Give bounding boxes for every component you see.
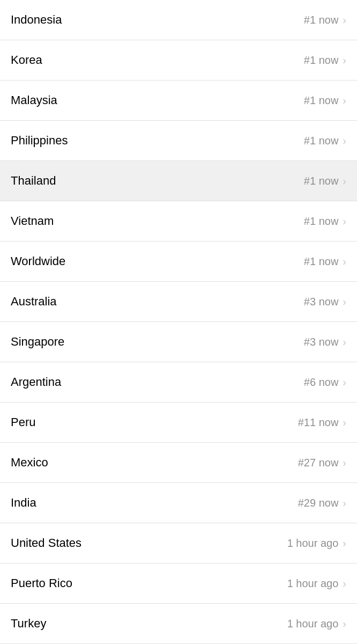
item-name-korea: Korea xyxy=(11,53,42,67)
item-left-philippines: Philippines xyxy=(11,134,68,148)
item-right-australia: #3 now› xyxy=(304,296,346,308)
item-left-puerto-rico: Puerto Rico xyxy=(11,576,72,590)
chevron-right-icon: › xyxy=(343,336,346,347)
item-right-korea: #1 now› xyxy=(304,54,346,67)
item-status-mexico: #27 now xyxy=(298,457,339,469)
item-left-mexico: Mexico xyxy=(11,456,48,470)
chevron-right-icon: › xyxy=(343,578,346,589)
item-status-turkey: 1 hour ago xyxy=(287,618,339,630)
list-item-indonesia[interactable]: Indonesia#1 now› xyxy=(0,0,357,40)
item-status-worldwide: #1 now xyxy=(304,255,339,268)
list-item-korea[interactable]: Korea#1 now› xyxy=(0,40,357,80)
list-item-india[interactable]: India#29 now› xyxy=(0,483,357,523)
item-right-vietnam: #1 now› xyxy=(304,215,346,228)
chevron-right-icon: › xyxy=(343,95,346,106)
list-item-vietnam[interactable]: Vietnam#1 now› xyxy=(0,201,357,241)
item-right-united-states: 1 hour ago› xyxy=(287,537,346,550)
chevron-right-icon: › xyxy=(343,538,346,548)
chevron-right-icon: › xyxy=(343,377,346,387)
item-left-united-states: United States xyxy=(11,536,81,550)
item-name-worldwide: Worldwide xyxy=(11,254,65,268)
item-right-indonesia: #1 now› xyxy=(304,14,346,26)
list-item-peru[interactable]: Peru#11 now› xyxy=(0,402,357,443)
item-name-argentina: Argentina xyxy=(11,375,61,389)
item-name-philippines: Philippines xyxy=(11,134,68,148)
chevron-right-icon: › xyxy=(343,135,346,146)
item-right-worldwide: #1 now› xyxy=(304,255,346,268)
item-right-argentina: #6 now› xyxy=(304,376,346,389)
item-status-singapore: #3 now xyxy=(304,336,339,348)
list-item-malaysia[interactable]: Malaysia#1 now› xyxy=(0,80,357,121)
item-left-indonesia: Indonesia xyxy=(11,13,62,27)
item-name-mexico: Mexico xyxy=(11,456,48,470)
item-name-india: India xyxy=(11,496,36,510)
item-status-india: #29 now xyxy=(298,497,339,509)
list-item-thailand[interactable]: Thailand#1 now› xyxy=(0,161,357,201)
item-right-malaysia: #1 now› xyxy=(304,94,346,107)
item-left-korea: Korea xyxy=(11,53,42,67)
chevron-right-icon: › xyxy=(343,256,346,267)
item-name-united-states: United States xyxy=(11,536,81,550)
chevron-right-icon: › xyxy=(343,14,346,25)
chevron-right-icon: › xyxy=(343,618,346,629)
item-name-singapore: Singapore xyxy=(11,335,64,349)
chevron-right-icon: › xyxy=(343,216,346,226)
item-status-vietnam: #1 now xyxy=(304,215,339,228)
item-left-argentina: Argentina xyxy=(11,375,61,389)
chevron-right-icon: › xyxy=(343,417,346,428)
item-right-mexico: #27 now› xyxy=(298,457,346,469)
list-item-united-states[interactable]: United States1 hour ago› xyxy=(0,523,357,564)
item-status-puerto-rico: 1 hour ago xyxy=(287,577,339,590)
list-item-worldwide[interactable]: Worldwide#1 now› xyxy=(0,241,357,282)
item-left-malaysia: Malaysia xyxy=(11,93,57,107)
item-right-puerto-rico: 1 hour ago› xyxy=(287,577,346,590)
item-left-india: India xyxy=(11,496,36,510)
item-name-malaysia: Malaysia xyxy=(11,93,57,107)
chevron-right-icon: › xyxy=(343,55,346,65)
item-status-malaysia: #1 now xyxy=(304,94,339,107)
item-left-peru: Peru xyxy=(11,415,35,429)
item-left-singapore: Singapore xyxy=(11,335,64,349)
item-name-thailand: Thailand xyxy=(11,174,56,188)
chevron-right-icon: › xyxy=(343,457,346,468)
item-name-peru: Peru xyxy=(11,415,35,429)
chevron-right-icon: › xyxy=(343,497,346,508)
item-status-korea: #1 now xyxy=(304,54,339,67)
item-right-turkey: 1 hour ago› xyxy=(287,618,346,630)
item-name-indonesia: Indonesia xyxy=(11,13,62,27)
item-status-thailand: #1 now xyxy=(304,175,339,187)
item-status-indonesia: #1 now xyxy=(304,14,339,26)
item-status-philippines: #1 now xyxy=(304,135,339,147)
country-list: Indonesia#1 now›Korea#1 now›Malaysia#1 n… xyxy=(0,0,357,644)
item-left-turkey: Turkey xyxy=(11,617,46,631)
list-item-turkey[interactable]: Turkey1 hour ago› xyxy=(0,604,357,644)
list-item-philippines[interactable]: Philippines#1 now› xyxy=(0,121,357,161)
item-left-thailand: Thailand xyxy=(11,174,56,188)
item-status-united-states: 1 hour ago xyxy=(287,537,339,550)
item-status-australia: #3 now xyxy=(304,296,339,308)
item-status-peru: #11 now xyxy=(298,416,339,429)
list-item-argentina[interactable]: Argentina#6 now› xyxy=(0,362,357,402)
item-right-india: #29 now› xyxy=(298,497,346,509)
list-item-australia[interactable]: Australia#3 now› xyxy=(0,282,357,322)
chevron-right-icon: › xyxy=(343,296,346,307)
item-right-singapore: #3 now› xyxy=(304,336,346,348)
item-name-australia: Australia xyxy=(11,295,57,309)
list-item-puerto-rico[interactable]: Puerto Rico1 hour ago› xyxy=(0,564,357,604)
item-right-philippines: #1 now› xyxy=(304,135,346,147)
item-name-puerto-rico: Puerto Rico xyxy=(11,576,72,590)
item-right-thailand: #1 now› xyxy=(304,175,346,187)
item-left-worldwide: Worldwide xyxy=(11,254,65,268)
item-left-australia: Australia xyxy=(11,295,57,309)
item-name-turkey: Turkey xyxy=(11,617,46,631)
item-name-vietnam: Vietnam xyxy=(11,214,54,228)
item-right-peru: #11 now› xyxy=(298,416,346,429)
item-status-argentina: #6 now xyxy=(304,376,339,389)
item-left-vietnam: Vietnam xyxy=(11,214,54,228)
list-item-mexico[interactable]: Mexico#27 now› xyxy=(0,443,357,483)
chevron-right-icon: › xyxy=(343,175,346,186)
list-item-singapore[interactable]: Singapore#3 now› xyxy=(0,322,357,362)
